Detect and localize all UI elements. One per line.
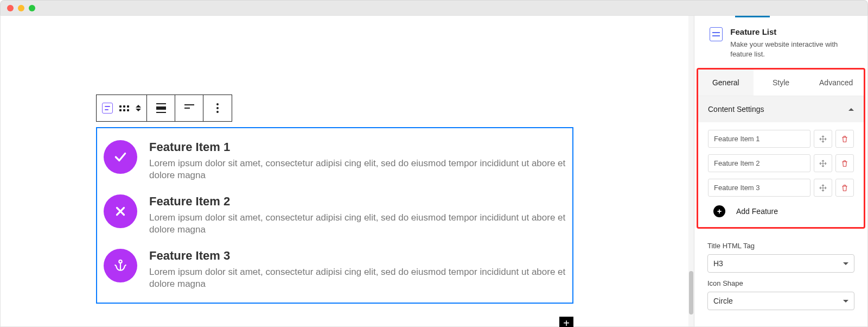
block-description: Make your website interactive with featu… xyxy=(730,40,859,59)
feature-desc: Lorem ipsum dolor sit amet, consectetur … xyxy=(149,212,566,236)
tab-advanced[interactable]: Advanced xyxy=(808,70,864,96)
feature-list-icon xyxy=(710,27,723,41)
times-icon xyxy=(104,194,137,228)
trash-icon xyxy=(840,184,849,192)
feature-list-block[interactable]: Feature Item 1 Lorem ipsum dolor sit ame… xyxy=(96,127,573,304)
block-toolbar xyxy=(96,95,232,122)
window-titlebar xyxy=(0,0,868,15)
feature-title: Feature Item 3 xyxy=(149,249,566,263)
feature-repeater: Feature Item 1 Feature Item 2 xyxy=(698,122,864,197)
chevron-down-icon xyxy=(843,300,848,303)
scrollbar-thumb[interactable] xyxy=(689,271,693,315)
duplicate-item-button[interactable] xyxy=(814,154,832,172)
select-value: Circle xyxy=(713,297,733,305)
block-name: Feature List xyxy=(730,27,859,36)
feature-item[interactable]: Feature Item 2 Lorem ipsum dolor sit ame… xyxy=(104,188,566,242)
repeater-item-label[interactable]: Feature Item 3 xyxy=(708,179,810,197)
highlighted-settings-area: General Style Advanced Content Settings … xyxy=(697,68,865,229)
repeater-item: Feature Item 3 xyxy=(708,179,854,197)
duplicate-item-button[interactable] xyxy=(814,130,832,148)
icon-shape-select[interactable]: Circle xyxy=(707,292,854,310)
feature-desc: Lorem ipsum dolor sit amet, consectetur … xyxy=(149,266,566,290)
feature-title: Feature Item 2 xyxy=(149,194,566,209)
feature-item[interactable]: Feature Item 3 Lorem ipsum dolor sit ame… xyxy=(104,242,566,297)
chevron-up-icon xyxy=(848,108,854,111)
scrollbar[interactable] xyxy=(688,16,694,326)
repeater-item-label[interactable]: Feature Item 1 xyxy=(708,130,810,148)
content-settings-toggle[interactable]: Content Settings xyxy=(698,96,864,122)
plus-circle-icon: + xyxy=(713,205,725,217)
window-body: Feature Item 1 Lorem ipsum dolor sit ame… xyxy=(0,15,868,327)
chevron-down-icon xyxy=(843,262,848,265)
icon-shape-field: Icon Shape Circle xyxy=(694,273,867,310)
block-type-icon[interactable] xyxy=(102,103,113,114)
delete-item-button[interactable] xyxy=(835,154,854,172)
more-options-button[interactable] xyxy=(203,95,232,121)
title-tag-field: Title HTML Tag H3 xyxy=(694,235,867,273)
tab-style[interactable]: Style xyxy=(754,70,809,96)
repeater-item-label[interactable]: Feature Item 2 xyxy=(708,154,810,172)
field-label: Icon Shape xyxy=(707,279,854,287)
align-left-button[interactable] xyxy=(175,95,203,121)
move-icon xyxy=(819,184,827,192)
field-label: Title HTML Tag xyxy=(707,242,854,250)
delete-item-button[interactable] xyxy=(835,130,854,148)
tab-general[interactable]: General xyxy=(698,70,754,96)
move-icon xyxy=(819,135,827,143)
settings-tabs: General Style Advanced xyxy=(698,70,864,96)
minimize-window-icon[interactable] xyxy=(18,5,24,11)
close-window-icon[interactable] xyxy=(7,5,14,11)
move-icon xyxy=(819,159,827,168)
add-feature-button[interactable]: + Add Feature xyxy=(698,197,864,219)
delete-item-button[interactable] xyxy=(835,179,854,197)
trash-icon xyxy=(840,135,849,143)
align-full-button[interactable] xyxy=(147,95,175,121)
settings-sidebar: Feature List Make your website interacti… xyxy=(694,16,867,326)
drag-handle-icon[interactable] xyxy=(119,105,129,111)
add-feature-label: Add Feature xyxy=(736,207,778,216)
duplicate-item-button[interactable] xyxy=(814,179,832,197)
anchor-icon xyxy=(104,249,137,282)
editor-canvas[interactable]: Feature Item 1 Lorem ipsum dolor sit ame… xyxy=(1,16,688,326)
check-icon xyxy=(104,140,137,174)
repeater-item: Feature Item 2 xyxy=(708,154,854,172)
repeater-item: Feature Item 1 xyxy=(708,130,854,148)
add-block-button[interactable]: + xyxy=(559,317,573,327)
feature-item[interactable]: Feature Item 1 Lorem ipsum dolor sit ame… xyxy=(104,134,566,188)
select-value: H3 xyxy=(713,259,723,268)
maximize-window-icon[interactable] xyxy=(29,5,35,11)
block-toolbar-group xyxy=(97,95,147,121)
move-updown-button[interactable] xyxy=(136,105,141,111)
section-title: Content Settings xyxy=(708,105,764,114)
panel-header: Feature List Make your website interacti… xyxy=(694,17,867,68)
title-tag-select[interactable]: H3 xyxy=(707,254,854,273)
trash-icon xyxy=(840,159,849,168)
feature-desc: Lorem ipsum dolor sit amet, consectetur … xyxy=(149,158,566,181)
feature-title: Feature Item 1 xyxy=(149,140,566,154)
